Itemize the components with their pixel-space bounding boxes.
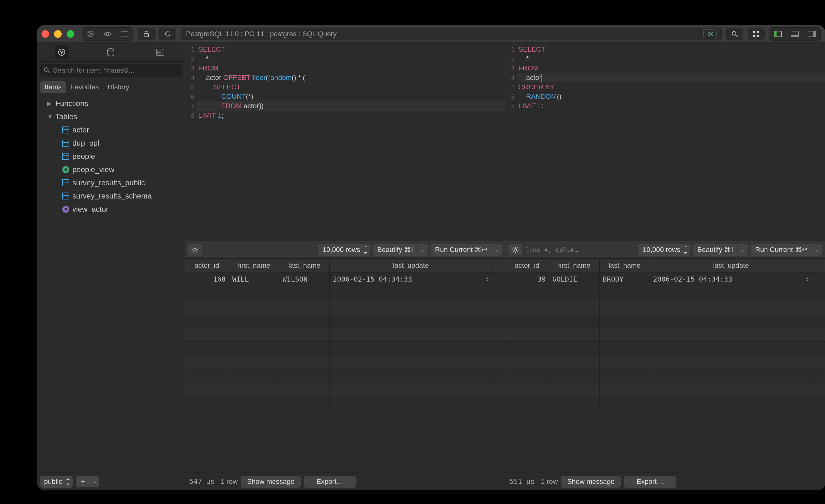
gear-icon[interactable] bbox=[188, 244, 202, 256]
cell-first-name[interactable]: GOLDIE bbox=[549, 273, 600, 286]
magnifier-icon bbox=[44, 67, 50, 74]
cancel-icon[interactable] bbox=[82, 28, 99, 40]
table-item-view-actor[interactable]: view_actor bbox=[37, 203, 185, 216]
grid-icon[interactable] bbox=[748, 28, 765, 40]
empty-row bbox=[185, 286, 505, 300]
cell-actor-id[interactable]: 39 bbox=[505, 273, 549, 286]
gutter-left: 12345678 bbox=[185, 43, 196, 241]
filter-history[interactable]: History bbox=[103, 81, 133, 93]
cell-last-update[interactable]: 2006-02-15 04:34:33 bbox=[330, 273, 493, 286]
table-row[interactable]: 39GOLDIEBRODY2006-02-15 04:34:33 bbox=[505, 273, 825, 286]
run-label: Run Current ⌘↩ bbox=[435, 246, 487, 254]
col-last-update[interactable]: last_update bbox=[650, 259, 813, 272]
lock-icon[interactable] bbox=[138, 28, 155, 40]
functions-node[interactable]: ▶Functions bbox=[37, 97, 185, 110]
search-input[interactable] bbox=[40, 64, 181, 77]
close-window-button[interactable] bbox=[42, 30, 49, 38]
table-icon bbox=[62, 127, 69, 133]
col-first-name[interactable]: first_name bbox=[549, 259, 600, 272]
sql-tab-icon[interactable]: SQL bbox=[153, 45, 167, 59]
beautify-dropdown[interactable]: ⌄ bbox=[418, 244, 428, 256]
cell-actor-id[interactable]: 168 bbox=[185, 273, 229, 286]
beautify-main[interactable]: Beautify ⌘I bbox=[373, 244, 418, 256]
pane-left: 12345678 SELECT *FROM actor OFFSET floor… bbox=[185, 43, 505, 490]
beautify-main[interactable]: Beautify ⌘I bbox=[693, 244, 738, 256]
cell-last-update[interactable]: 2006-02-15 04:34:33 bbox=[650, 273, 813, 286]
table-item-actor[interactable]: actor bbox=[37, 123, 185, 137]
table-item-survey-public[interactable]: survey_results_public bbox=[37, 176, 185, 190]
col-actor-id[interactable]: actor_id bbox=[185, 259, 229, 272]
cell-last-name[interactable]: BRODY bbox=[600, 273, 650, 286]
run-main[interactable]: Run Current ⌘↩ bbox=[431, 244, 492, 256]
table-icon bbox=[62, 179, 69, 186]
col-last-update[interactable]: last_update bbox=[330, 259, 493, 272]
col-last-name[interactable]: last_name bbox=[600, 259, 650, 272]
svg-rect-11 bbox=[791, 34, 799, 37]
layout-right-icon[interactable] bbox=[803, 28, 820, 40]
table-label: people_view bbox=[72, 165, 114, 174]
layout-bottom-icon[interactable] bbox=[786, 28, 803, 40]
export-left[interactable]: Export… bbox=[304, 476, 356, 488]
filter-tabs: Items Favorites History bbox=[37, 79, 185, 95]
code-left[interactable]: SELECT *FROM actor OFFSET floor(random()… bbox=[196, 43, 505, 241]
table-row[interactable]: 168WILLWILSON2006-02-15 04:34:33 bbox=[185, 273, 505, 286]
filter-items[interactable]: Items bbox=[40, 81, 66, 93]
show-message-right[interactable]: Show message bbox=[561, 476, 621, 488]
col-actor-id[interactable]: actor_id bbox=[505, 259, 549, 272]
stepper-icon[interactable] bbox=[806, 278, 809, 281]
titlebar: PostgreSQL 11.0 : PG 11 : postgres : SQL… bbox=[37, 25, 825, 43]
database-tab-icon[interactable] bbox=[104, 45, 118, 59]
empty-row bbox=[505, 300, 825, 314]
zoom-window-button[interactable] bbox=[67, 30, 74, 38]
cell-first-name[interactable]: WILL bbox=[229, 273, 279, 286]
col-last-name[interactable]: last_name bbox=[279, 259, 330, 272]
schema-select[interactable]: public bbox=[40, 476, 73, 488]
path-field[interactable]: PostgreSQL 11.0 : PG 11 : postgres : SQL… bbox=[180, 28, 722, 40]
beautify-dropdown[interactable]: ⌄ bbox=[738, 244, 748, 256]
run-dropdown[interactable]: ⌄ bbox=[492, 244, 502, 256]
code-right[interactable]: SELECT *FROM actorORDER BY RANDOM()LIMIT… bbox=[517, 43, 825, 241]
preview-icon[interactable] bbox=[99, 28, 116, 40]
editor-left[interactable]: 12345678 SELECT *FROM actor OFFSET floor… bbox=[185, 43, 505, 241]
run-button-left: Run Current ⌘↩ ⌄ bbox=[431, 244, 502, 256]
empty-row bbox=[505, 314, 825, 328]
table-item-people[interactable]: people bbox=[37, 150, 185, 163]
gear-icon[interactable] bbox=[509, 244, 522, 256]
svg-rect-13 bbox=[813, 31, 816, 37]
svg-point-18 bbox=[45, 68, 48, 71]
show-message-left[interactable]: Show message bbox=[241, 476, 300, 488]
search-icon[interactable] bbox=[726, 28, 743, 40]
tables-node[interactable]: ▼Tables bbox=[37, 110, 185, 123]
add-button[interactable]: + bbox=[76, 476, 90, 487]
layout-left-icon[interactable] bbox=[769, 28, 786, 40]
grid-body-left: 168WILLWILSON2006-02-15 04:34:33 bbox=[185, 273, 505, 473]
midbar-left: 10,000 rows Beautify ⌘I ⌄ Run Current ⌘↩… bbox=[185, 241, 505, 259]
svg-text:SQL: SQL bbox=[157, 51, 163, 55]
svg-rect-9 bbox=[774, 31, 776, 37]
rows-limit-combo-left[interactable]: 10,000 rows bbox=[318, 244, 370, 256]
run-dropdown[interactable]: ⌄ bbox=[812, 244, 822, 256]
table-item-people-view[interactable]: people_view bbox=[37, 163, 185, 176]
tables-label: Tables bbox=[55, 112, 77, 121]
svg-rect-5 bbox=[757, 31, 759, 33]
reload-icon[interactable] bbox=[159, 28, 176, 40]
col-tail bbox=[493, 259, 505, 272]
list-icon[interactable] bbox=[116, 28, 133, 40]
stepper-icon[interactable] bbox=[486, 278, 489, 281]
activity-tab-icon[interactable] bbox=[55, 45, 69, 59]
search-wrapper bbox=[40, 64, 181, 77]
editor-right[interactable]: 1234567 SELECT *FROM actorORDER BY RANDO… bbox=[505, 43, 825, 241]
rows-limit-combo-right[interactable]: 10,000 rows bbox=[638, 244, 690, 256]
table-item-dup-ppl[interactable]: dup_ppl bbox=[37, 137, 185, 150]
schema-label: public bbox=[44, 478, 62, 486]
col-first-name[interactable]: first_name bbox=[229, 259, 279, 272]
cell-last-name[interactable]: WILSON bbox=[279, 273, 330, 286]
row-count-left: 1 row bbox=[221, 478, 238, 486]
export-right[interactable]: Export… bbox=[624, 476, 676, 488]
run-main[interactable]: Run Current ⌘↩ bbox=[751, 244, 812, 256]
filter-favorites[interactable]: Favorites bbox=[66, 81, 103, 93]
minimize-window-button[interactable] bbox=[54, 30, 62, 38]
table-item-survey-schema[interactable]: survey_results_schema bbox=[37, 190, 185, 203]
add-dropdown[interactable]: ⌄ bbox=[90, 476, 99, 487]
empty-row bbox=[185, 328, 505, 342]
